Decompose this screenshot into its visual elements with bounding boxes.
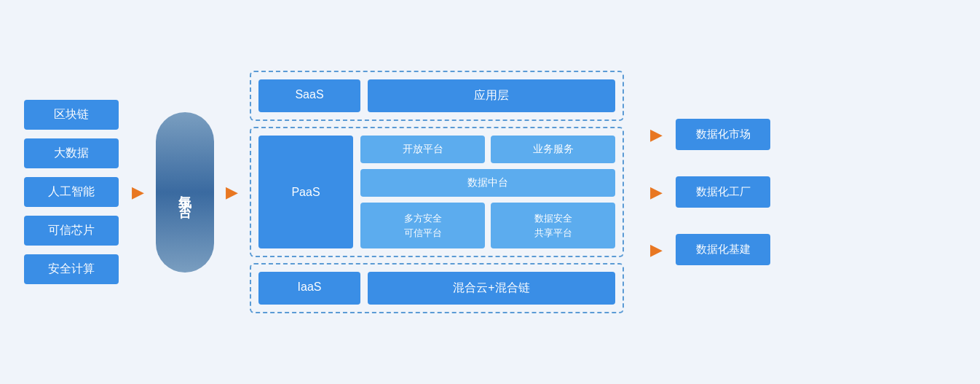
paas-container: PaaS 开放平台 业务服务 数据中台 多方安全可信平台 数据安全共享平台 [250, 127, 624, 257]
iaas-row: IaaS 混合云+混合链 [258, 272, 615, 305]
arrow-to-market: ▶ [650, 125, 663, 144]
paas-row: PaaS 开放平台 业务服务 数据中台 多方安全可信平台 数据安全共享平台 [258, 136, 615, 248]
open-platform-button: 开放平台 [360, 136, 485, 163]
right-row-infra: ▶ 数据化基建 [644, 234, 770, 265]
saas-button: SaaS [258, 79, 360, 112]
paas-right-panel: 开放平台 业务服务 数据中台 多方安全可信平台 数据安全共享平台 [360, 136, 615, 248]
left-item-security: 安全计算 [24, 254, 119, 284]
data-security-button: 数据安全共享平台 [491, 203, 615, 248]
saas-container: SaaS 应用层 [250, 71, 624, 121]
center-block: SaaS 应用层 PaaS 开放平台 业务服务 数据中台 多方安全可信平台 数据… [250, 71, 624, 313]
right-row-factory: ▶ 数据化工厂 [644, 176, 770, 208]
saas-row: SaaS 应用层 [258, 79, 615, 112]
business-service-button: 业务服务 [491, 136, 615, 163]
data-factory-button: 数据化工厂 [676, 176, 770, 208]
left-item-chip: 可信芯片 [24, 216, 119, 246]
right-panel: ▶ 数据化市场 ▶ 数据化工厂 ▶ 数据化基建 [644, 119, 770, 265]
left-item-blockchain: 区块链 [24, 100, 119, 130]
data-center-button: 数据中台 [360, 169, 615, 197]
data-market-button: 数据化市场 [676, 119, 770, 150]
arrow-to-infra: ▶ [650, 240, 663, 259]
arrow-pill-to-center: ▶ [226, 183, 238, 202]
paas-button: PaaS [258, 136, 353, 248]
iaas-container: IaaS 混合云+混合链 [250, 263, 624, 313]
arrow-left-to-pill: ▶ [132, 183, 144, 202]
pill-text: 氛平台 [176, 186, 194, 199]
multi-party-button: 多方安全可信平台 [360, 203, 485, 248]
right-row-market: ▶ 数据化市场 [644, 119, 770, 150]
pill-platform: 氛平台 [156, 112, 214, 273]
arrow-to-factory: ▶ [650, 183, 663, 202]
hybrid-cloud-button: 混合云+混合链 [368, 272, 615, 305]
paas-bottom-row: 多方安全可信平台 数据安全共享平台 [360, 203, 615, 248]
iaas-button: IaaS [258, 272, 360, 305]
paas-top-row: 开放平台 业务服务 [360, 136, 615, 163]
left-panel: 区块链 大数据 人工智能 可信芯片 安全计算 [17, 100, 126, 284]
architecture-diagram: 区块链 大数据 人工智能 可信芯片 安全计算 ▶ 氛平台 ▶ SaaS 应用层 … [17, 14, 963, 371]
left-item-ai: 人工智能 [24, 177, 119, 207]
application-layer-button: 应用层 [368, 79, 615, 112]
data-infra-button: 数据化基建 [676, 234, 770, 265]
left-item-bigdata: 大数据 [24, 138, 119, 168]
